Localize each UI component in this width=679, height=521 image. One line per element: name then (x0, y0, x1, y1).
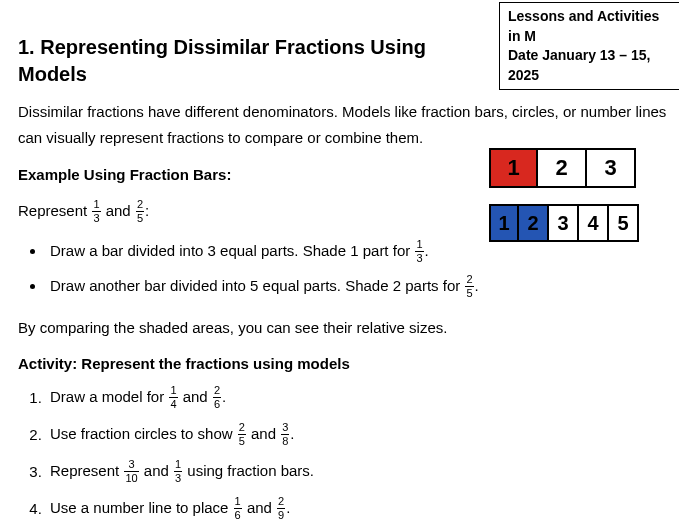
page: Lessons and Activities in M Date January… (0, 0, 679, 521)
bullet-item-2: Draw another bar divided into 5 equal pa… (46, 275, 679, 300)
header-date: Date January 13 – 15, 2025 (508, 46, 675, 85)
header-course: Lessons and Activities in M (508, 7, 675, 46)
activity-heading: Activity: Represent the fractions using … (18, 354, 679, 374)
activity-item-4: Use a number line to place 16 and 29. (46, 497, 679, 521)
bar3-cell-1: 1 (489, 148, 538, 188)
fraction-2-5-b: 2 5 (465, 274, 473, 299)
intro-line-1: Dissimilar fractions have different deno… (18, 102, 679, 122)
page-title: 1. Representing Dissimilar Fractions Usi… (18, 34, 498, 88)
fraction-1-3-b: 1 3 (415, 239, 423, 264)
bar5-cell-5: 5 (609, 204, 639, 242)
bar5-cell-1: 1 (489, 204, 519, 242)
compare-text: By comparing the shaded areas, you can s… (18, 318, 679, 338)
fraction-bar-models: 1 2 3 1 2 3 4 5 (489, 148, 659, 258)
activity-list: Draw a model for 14 and 26. Use fraction… (18, 386, 679, 521)
bar5-cell-4: 4 (579, 204, 609, 242)
bar5-cell-3: 3 (549, 204, 579, 242)
text-and: and (106, 202, 135, 219)
text-colon: : (145, 202, 149, 219)
intro-line-2: can visually represent fractions to comp… (18, 128, 679, 148)
bar3-cell-2: 2 (538, 148, 587, 188)
activity-item-1: Draw a model for 14 and 26. (46, 386, 679, 411)
document-header-box: Lessons and Activities in M Date January… (499, 2, 679, 90)
fraction-2-5: 2 5 (136, 199, 144, 224)
example-represent-prefix: Represent (18, 202, 91, 219)
fraction-bar-thirds: 1 2 3 (489, 148, 659, 188)
activity-item-3: Represent 310 and 13 using fraction bars… (46, 460, 679, 485)
bar5-cell-2: 2 (519, 204, 549, 242)
bar3-cell-3: 3 (587, 148, 636, 188)
activity-item-2: Use fraction circles to show 25 and 38. (46, 423, 679, 448)
fraction-bar-fifths: 1 2 3 4 5 (489, 204, 659, 242)
fraction-1-3: 1 3 (92, 199, 100, 224)
